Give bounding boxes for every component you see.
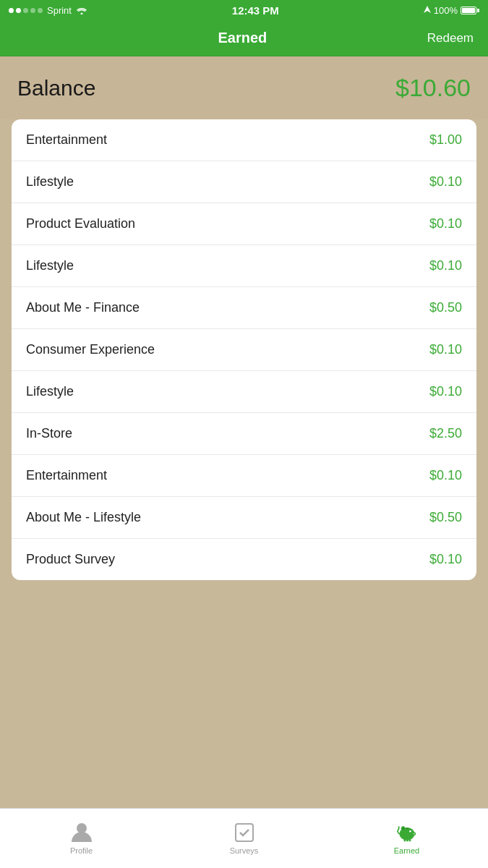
list-item[interactable]: Entertainment$0.10 <box>12 455 476 497</box>
earned-tab-icon <box>396 822 418 843</box>
item-amount: $0.50 <box>429 510 462 525</box>
tab-earned-label: Earned <box>394 846 419 855</box>
list-item[interactable]: Lifestyle$0.10 <box>12 161 476 203</box>
svg-rect-10 <box>403 839 406 842</box>
svg-rect-12 <box>408 839 411 842</box>
tab-profile-label: Profile <box>70 846 93 855</box>
balance-label: Balance <box>17 76 95 101</box>
item-amount: $0.50 <box>429 300 462 315</box>
svg-point-4 <box>409 830 411 833</box>
item-amount: $0.10 <box>429 552 462 567</box>
svg-rect-11 <box>406 839 408 842</box>
item-label: Lifestyle <box>26 384 74 399</box>
item-amount: $0.10 <box>429 258 462 273</box>
item-amount: $0.10 <box>429 174 462 190</box>
location-icon <box>424 6 431 14</box>
item-label: Lifestyle <box>26 174 74 190</box>
carrier-label: Sprint <box>47 5 72 16</box>
item-amount: $0.10 <box>429 216 462 231</box>
nav-bar: Earned Redeem <box>0 20 488 56</box>
item-amount: $0.10 <box>429 342 462 357</box>
tab-profile[interactable]: Profile <box>0 809 163 868</box>
status-right: 100% <box>424 5 479 16</box>
list-item[interactable]: Lifestyle$0.10 <box>12 245 476 287</box>
nav-title: Earned <box>58 30 427 46</box>
list-item[interactable]: Lifestyle$0.10 <box>12 371 476 413</box>
item-amount: $1.00 <box>429 132 462 148</box>
redeem-button[interactable]: Redeem <box>427 31 474 46</box>
tab-earned[interactable]: Earned <box>325 809 488 868</box>
item-label: Product Survey <box>26 552 115 567</box>
svg-point-9 <box>414 833 414 834</box>
item-label: Lifestyle <box>26 258 74 273</box>
transaction-list-card: Entertainment$1.00Lifestyle$0.10Product … <box>12 119 476 580</box>
tab-surveys[interactable]: Surveys <box>163 809 325 868</box>
battery-percent: 100% <box>434 5 458 16</box>
status-bar: Sprint 12:43 PM 100% <box>0 0 488 20</box>
transaction-list-container: Entertainment$1.00Lifestyle$0.10Product … <box>0 119 488 808</box>
list-item[interactable]: Product Evaluation$0.10 <box>12 203 476 245</box>
list-item[interactable]: In-Store$2.50 <box>12 413 476 455</box>
list-item[interactable]: Consumer Experience$0.10 <box>12 329 476 371</box>
item-label: In-Store <box>26 426 72 441</box>
svg-rect-2 <box>236 824 253 841</box>
tab-bar: Profile Surveys <box>0 808 488 868</box>
list-item[interactable]: About Me - Lifestyle$0.50 <box>12 497 476 539</box>
item-label: Entertainment <box>26 132 107 148</box>
signal-dot-1 <box>9 8 14 13</box>
item-amount: $0.10 <box>429 468 462 483</box>
signal-dot-4 <box>30 8 35 13</box>
svg-rect-13 <box>406 828 408 829</box>
balance-amount: $10.60 <box>395 74 471 102</box>
battery-icon <box>461 7 479 14</box>
status-time: 12:43 PM <box>232 4 279 17</box>
list-item[interactable]: About Me - Finance$0.50 <box>12 287 476 329</box>
tab-surveys-label: Surveys <box>230 846 259 855</box>
list-item[interactable]: Entertainment$1.00 <box>12 119 476 161</box>
profile-tab-icon <box>71 822 93 843</box>
list-item[interactable]: Product Survey$0.10 <box>12 539 476 580</box>
svg-point-1 <box>77 823 87 833</box>
svg-point-7 <box>412 833 416 835</box>
svg-point-8 <box>413 833 414 834</box>
wifi-icon <box>76 6 87 14</box>
signal-dot-2 <box>16 8 21 13</box>
item-label: Product Evaluation <box>26 216 135 231</box>
balance-section: Balance $10.60 <box>0 56 488 119</box>
surveys-tab-icon <box>234 822 255 843</box>
status-left: Sprint <box>9 5 87 16</box>
svg-point-6 <box>402 827 404 830</box>
item-amount: $2.50 <box>429 426 462 441</box>
signal-dots <box>9 8 43 13</box>
item-amount: $0.10 <box>429 384 462 399</box>
item-label: Entertainment <box>26 468 107 483</box>
signal-dot-3 <box>23 8 28 13</box>
item-label: About Me - Finance <box>26 300 140 315</box>
item-label: Consumer Experience <box>26 342 155 357</box>
item-label: About Me - Lifestyle <box>26 510 141 525</box>
svg-marker-0 <box>424 6 431 13</box>
signal-dot-5 <box>38 8 43 13</box>
